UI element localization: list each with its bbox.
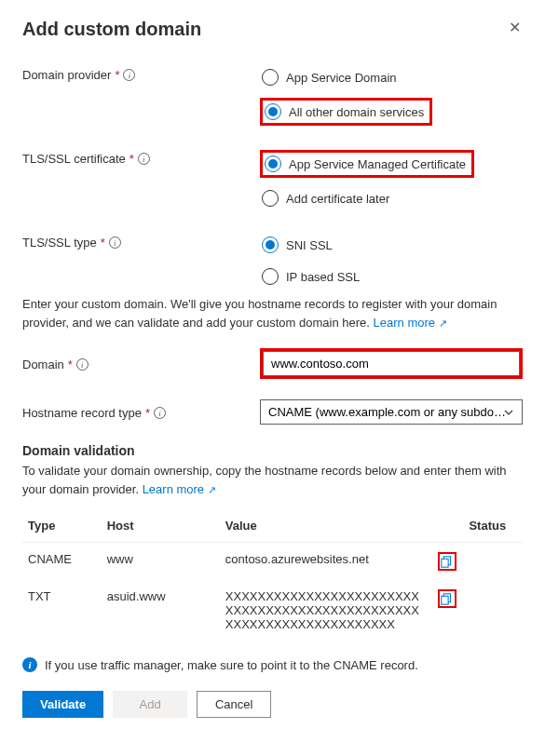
radio-cert-later[interactable]: Add certificate later <box>260 187 395 209</box>
copy-button[interactable] <box>438 589 456 608</box>
radio-unchecked-icon <box>262 268 279 285</box>
validation-description: To validate your domain ownership, copy … <box>22 462 523 498</box>
radio-checked-icon <box>265 103 281 120</box>
radio-managed-cert[interactable]: App Service Managed Certificate <box>260 150 474 178</box>
radio-other-domain-services[interactable]: All other domain services <box>260 98 432 126</box>
external-link-icon: ↗ <box>439 317 447 329</box>
learn-more-link[interactable]: Learn more ↗ <box>143 482 216 496</box>
domain-description: Enter your custom domain. We'll give you… <box>22 295 523 331</box>
info-icon[interactable]: i <box>109 236 121 249</box>
domain-provider-label: Domain provider* i <box>22 66 260 82</box>
table-row: TXT asuid.www XXXXXXXXXXXXXXXXXXXXXXXXXX… <box>22 580 523 641</box>
info-note: If you use traffic manager, make sure to… <box>45 658 418 672</box>
th-value: Value <box>220 509 432 543</box>
hostname-records-table: Type Host Value Status CNAME www contoso… <box>22 509 523 641</box>
hostname-record-type-label: Hostname record type* i <box>22 404 260 420</box>
radio-unchecked-icon <box>262 190 279 207</box>
th-status: Status <box>463 509 523 543</box>
copy-button[interactable] <box>438 552 456 571</box>
radio-checked-icon <box>262 236 279 253</box>
tls-type-label: TLS/SSL type* i <box>22 234 260 250</box>
radio-checked-icon <box>265 155 281 172</box>
hostname-record-type-select[interactable]: CNAME (www.example.com or any subdo… <box>260 399 523 425</box>
th-type: Type <box>22 509 102 543</box>
radio-unchecked-icon <box>262 69 279 86</box>
svg-rect-3 <box>442 596 448 604</box>
domain-validation-heading: Domain validation <box>22 443 523 458</box>
info-icon: i <box>22 657 37 672</box>
tls-cert-label: TLS/SSL certificate* i <box>22 150 260 166</box>
page-title: Add custom domain <box>22 19 201 40</box>
domain-label: Domain* i <box>22 356 260 371</box>
close-button[interactable]: ✕ <box>507 19 523 37</box>
domain-input[interactable] <box>263 351 520 376</box>
info-icon[interactable]: i <box>123 69 135 81</box>
add-button: Add <box>113 691 187 718</box>
radio-app-service-domain[interactable]: App Service Domain <box>260 66 402 88</box>
copy-icon <box>441 593 453 605</box>
cancel-button[interactable]: Cancel <box>197 691 271 718</box>
info-icon[interactable]: i <box>154 407 166 419</box>
validate-button[interactable]: Validate <box>22 691 103 718</box>
radio-ip-ssl[interactable]: IP based SSL <box>260 265 365 288</box>
svg-rect-1 <box>442 559 448 567</box>
learn-more-link[interactable]: Learn more ↗ <box>374 316 447 330</box>
info-icon[interactable]: i <box>138 153 150 165</box>
radio-sni-ssl[interactable]: SNI SSL <box>260 234 338 256</box>
th-host: Host <box>102 509 220 543</box>
external-link-icon: ↗ <box>208 484 216 495</box>
copy-icon <box>441 556 453 568</box>
table-row: CNAME www contoso.azurewebsites.net <box>22 543 523 581</box>
info-icon[interactable]: i <box>76 358 89 371</box>
